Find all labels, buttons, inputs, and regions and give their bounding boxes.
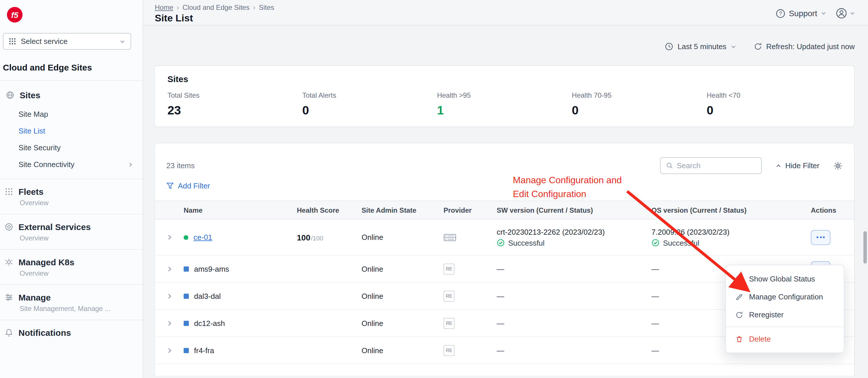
health-score-value: 100 [297, 233, 310, 242]
sw-version: — [497, 346, 651, 355]
sidebar-item-external-services[interactable]: External Services Overview [0, 214, 143, 249]
stat-health-70-95: Health 70-95 0 [572, 91, 707, 117]
sidebar-item-fleets[interactable]: Fleets Overview [0, 179, 143, 214]
hide-filter-toggle[interactable]: Hide Filter [776, 161, 820, 170]
menu-item-manage-configuration[interactable]: Manage Configuration [726, 288, 844, 306]
table-header-row: Name Health Score Site Admin State Provi… [155, 201, 854, 220]
sidebar-item-site-connectivity[interactable]: Site Connectivity [5, 156, 138, 173]
time-range-selector[interactable]: Last 5 minutes [665, 42, 736, 51]
trash-icon [735, 335, 743, 343]
row-actions-button[interactable] [811, 230, 831, 245]
sidebar-item-site-map[interactable]: Site Map [5, 106, 138, 122]
support-menu[interactable]: ? Support [776, 8, 827, 18]
ellipsis-icon [816, 236, 825, 238]
stat-label: Health >95 [437, 91, 572, 99]
reregister-refresh-icon [735, 311, 743, 319]
col-site-admin-state: Site Admin State [362, 206, 443, 214]
sidebar-item-managed-k8s[interactable]: Managed K8s Overview [0, 250, 143, 284]
globe-icon [6, 91, 14, 99]
time-range-label: Last 5 minutes [678, 42, 726, 51]
admin-state: Online [362, 264, 443, 273]
search-input[interactable] [677, 161, 756, 170]
stat-value: 0 [572, 104, 707, 117]
site-type-square [184, 293, 189, 298]
refresh-icon [754, 42, 762, 51]
breadcrumb-home[interactable]: Home [155, 3, 173, 11]
site-connectivity-label: Site Connectivity [19, 160, 128, 169]
site-name: dal3-dal [194, 292, 221, 300]
row-expander-icon[interactable] [166, 293, 184, 299]
col-sw-version: SW version (Current / Status) [497, 206, 651, 214]
health-score-max: /100 [311, 234, 323, 241]
provider-re-badge: RE [443, 318, 455, 328]
funnel-icon [166, 182, 174, 190]
sidebar-item-manage[interactable]: Manage Site Management, Manage ... [0, 285, 143, 320]
chevron-right-icon [128, 162, 133, 167]
site-type-square [184, 266, 189, 271]
site-health-dot [184, 235, 188, 239]
admin-state: Online [362, 346, 443, 355]
sw-status: Successful [508, 238, 545, 247]
breadcrumb-separator: › [253, 3, 255, 11]
row-expander-icon[interactable] [166, 320, 184, 326]
stat-value: 0 [707, 104, 841, 117]
sites-summary-card: Sites Total Sites 23 Total Alerts 0 Heal… [154, 65, 855, 127]
site-name: fr4-fra [194, 346, 214, 355]
sidebar-item-sites[interactable]: Sites [5, 88, 138, 102]
col-provider: Provider [443, 206, 497, 214]
menu-item-delete[interactable]: Delete [726, 330, 844, 348]
stat-value: 0 [302, 104, 437, 117]
stat-value: 1 [437, 104, 572, 117]
app-window: f5 Select service Cloud and Edge Sites [0, 0, 868, 378]
stat-label: Health <70 [707, 91, 841, 99]
service-selector[interactable]: Select service [3, 33, 131, 50]
site-name: dc12-ash [194, 319, 225, 327]
stat-health-gt95: Health >95 1 [437, 91, 572, 117]
menu-item-show-global-status[interactable]: Show Global Status [726, 270, 844, 288]
row-expander-icon[interactable] [166, 266, 184, 272]
stat-total-sites: Total Sites 23 [167, 91, 302, 117]
sidebar-item-notifications[interactable]: Notifications [0, 320, 143, 345]
f5-logo[interactable]: f5 [7, 7, 23, 23]
stat-label: Total Alerts [302, 91, 437, 99]
help-circle-icon: ? [776, 8, 785, 18]
os-version: 7.2009.26 (2023/02/23) [651, 227, 811, 236]
sidebar-item-site-list[interactable]: Site List [5, 122, 138, 139]
account-menu[interactable] [836, 7, 855, 19]
manage-sub: Site Management, Manage ... [5, 302, 138, 313]
stat-health-lt70: Health <70 0 [707, 91, 841, 117]
provider-hardware-icon [443, 233, 497, 242]
sidebar-section-title: Cloud and Edge Sites [0, 50, 143, 80]
provider-re-badge: RE [443, 345, 455, 356]
site-type-square [184, 320, 189, 326]
svg-text:?: ? [779, 10, 782, 16]
fleets-label: Fleets [19, 187, 43, 197]
search-icon [666, 162, 673, 169]
row-expander-icon[interactable] [166, 347, 184, 353]
annotation-line1: Manage Configuration and [513, 173, 622, 187]
sidebar-item-site-security[interactable]: Site Security [5, 139, 138, 156]
admin-state: Online [362, 233, 443, 241]
topbar: Home › Cloud and Edge Sites › Sites Site… [143, 0, 868, 25]
row-actions-menu: Show Global Status Manage Configuration … [725, 265, 844, 353]
fleets-icon [5, 187, 13, 196]
col-name: Name [184, 206, 297, 214]
external-services-label: External Services [19, 222, 91, 232]
row-expander-icon[interactable] [166, 234, 184, 240]
site-type-square [184, 348, 189, 353]
chevron-up-icon [776, 163, 781, 169]
site-name-link[interactable]: ce-01 [193, 233, 212, 241]
breadcrumb-section[interactable]: Cloud and Edge Sites [183, 3, 249, 11]
refresh-control[interactable]: Refresh: Updated just now [754, 42, 855, 51]
vertical-scrollbar-thumb[interactable] [863, 231, 867, 264]
check-circle-icon [497, 239, 505, 247]
menu-item-reregister[interactable]: Reregister [726, 306, 844, 324]
annotation-line2: Edit Configuration [513, 187, 622, 201]
page-toolbar: Last 5 minutes Refresh: Updated just now [154, 42, 855, 51]
annotation-text: Manage Configuration and Edit Configurat… [513, 173, 622, 201]
add-filter-button[interactable]: Add Filter [155, 181, 854, 190]
refresh-label: Refresh: Updated just now [766, 42, 855, 51]
gear-icon [833, 161, 843, 170]
grid-icon [9, 37, 16, 45]
table-settings-button[interactable] [833, 161, 843, 170]
